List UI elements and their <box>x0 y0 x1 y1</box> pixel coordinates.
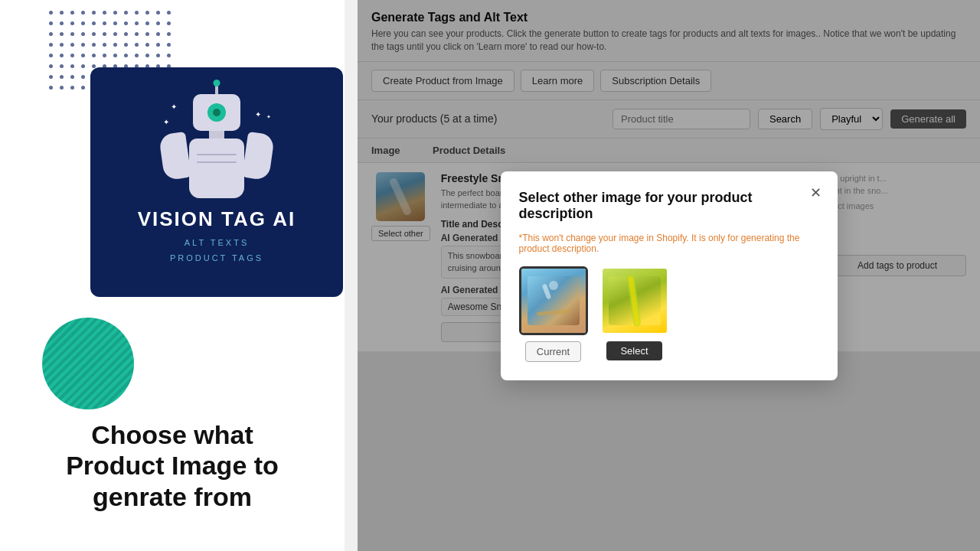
dot <box>60 64 64 68</box>
dot <box>156 11 160 15</box>
modal-notice: *This won't change your image in Shopify… <box>519 233 819 254</box>
dot <box>145 21 149 25</box>
modal-image-option-2: Select <box>600 266 669 362</box>
dot <box>113 32 117 36</box>
dot <box>92 21 96 25</box>
robot-wing-right <box>242 132 275 181</box>
dot <box>145 43 149 47</box>
dot <box>49 54 53 57</box>
robot-neck <box>209 131 224 139</box>
dot <box>124 54 128 57</box>
dot <box>113 11 117 15</box>
teal-circle-decoration <box>42 318 134 409</box>
dot <box>167 54 171 57</box>
dot <box>156 54 160 57</box>
dot <box>70 32 74 36</box>
robot-antenna <box>215 83 218 94</box>
dot <box>81 32 85 36</box>
dot <box>135 11 139 15</box>
dot <box>156 43 160 47</box>
dot <box>167 11 171 15</box>
robot-with-stars: ✦ ✦ ✦ ✦ ✦ ✦ <box>155 99 278 198</box>
dot <box>49 64 53 68</box>
modal-image-yellow-preview <box>603 269 667 333</box>
dot <box>167 32 171 36</box>
dot <box>103 32 106 36</box>
dot <box>49 11 53 15</box>
dot <box>156 32 160 36</box>
dot <box>70 21 74 25</box>
current-label: Current <box>525 341 581 362</box>
dot <box>49 75 53 79</box>
dot <box>92 43 96 47</box>
dot <box>60 75 64 79</box>
modal-image-options: Current <box>519 266 819 362</box>
dot <box>70 11 74 15</box>
logo-subtitle: ALT TEXTS PRODUCT TAGS <box>170 236 263 266</box>
robot-body <box>189 139 244 198</box>
dot <box>49 21 53 25</box>
dot <box>135 21 139 25</box>
select-modal-button[interactable]: Select <box>606 341 662 360</box>
modal-close-button[interactable]: ✕ <box>805 182 827 204</box>
dot <box>49 43 53 47</box>
dot <box>167 21 171 25</box>
robot-eye <box>207 103 226 122</box>
choose-text: Choose what Product Image to genrate fro… <box>61 419 283 513</box>
dot <box>124 43 128 47</box>
modal-image-option-1: Current <box>519 266 588 362</box>
dot <box>81 43 85 47</box>
dot <box>167 43 171 47</box>
dot <box>124 21 128 25</box>
dot <box>113 21 117 25</box>
right-panel: Generate Tags and Alt Text Here you can … <box>358 0 980 551</box>
dot <box>135 43 139 47</box>
dot <box>135 54 139 57</box>
dot <box>113 54 117 57</box>
logo-brand-name: VISION TAG AI <box>138 207 296 231</box>
modal-image-snowboard-preview <box>521 269 586 333</box>
dot <box>92 54 96 57</box>
dot <box>113 43 117 47</box>
dot <box>103 43 106 47</box>
svg-point-2 <box>549 281 558 290</box>
select-image-modal: Select other image for your product desc… <box>501 171 838 380</box>
dot <box>60 54 64 57</box>
modal-image-box-2[interactable] <box>600 266 669 335</box>
logo-card: ✦ ✦ ✦ ✦ ✦ ✦ <box>90 67 343 297</box>
dot <box>81 75 85 79</box>
dot <box>103 11 106 15</box>
dot <box>103 54 106 57</box>
dot <box>60 43 64 47</box>
dot <box>124 32 128 36</box>
dot <box>60 32 64 36</box>
dot <box>49 86 53 90</box>
dot <box>70 75 74 79</box>
dot <box>60 11 64 15</box>
dot <box>81 86 85 90</box>
dot <box>70 54 74 57</box>
dot <box>145 32 149 36</box>
modal-title: Select other image for your product desc… <box>519 190 819 222</box>
dot <box>145 54 149 57</box>
dot <box>60 86 64 90</box>
robot-head <box>193 94 240 131</box>
dot <box>49 32 53 36</box>
dot <box>70 86 74 90</box>
dot <box>60 21 64 25</box>
dot <box>70 43 74 47</box>
dot <box>124 11 128 15</box>
dot <box>103 21 106 25</box>
dot <box>92 11 96 15</box>
dot <box>70 64 74 68</box>
robot-wing-left <box>158 132 191 181</box>
left-panel: // Render dots via JS after load ✦ ✦ ✦ ✦… <box>0 0 345 551</box>
modal-overlay: Select other image for your product desc… <box>358 0 980 551</box>
dot <box>145 11 149 15</box>
dot <box>81 21 85 25</box>
dot <box>81 64 85 68</box>
modal-image-box-1[interactable] <box>519 266 588 335</box>
dot <box>81 54 85 57</box>
dot <box>81 11 85 15</box>
dot <box>156 21 160 25</box>
